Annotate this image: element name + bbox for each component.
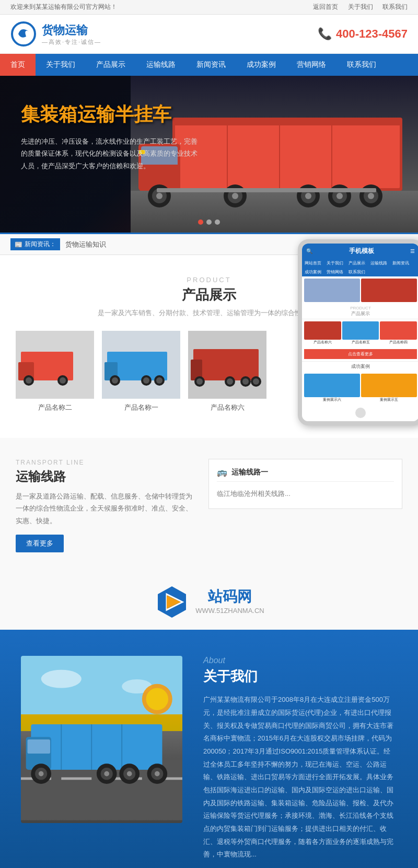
zhanma-logo: 站码网 WWW.51ZHANMA.CN [154,584,264,618]
mobile-search-icon: 🔍 [306,248,312,254]
svg-point-42 [143,377,149,384]
about-cn-title: 关于我们 [203,667,397,686]
mobile-nav-home[interactable]: 网站首页 [302,259,324,268]
hero-dots [198,219,220,225]
svg-point-49 [196,378,203,385]
mobile-trucks [302,276,418,304]
mobile-product-item-1: 产品名称六 [304,321,341,345]
svg-rect-5 [175,120,400,125]
about-truck-img [21,656,182,823]
hero-content: 集装箱运输半挂车 先进的冲压、冲压设备，流水线作业的生产工装工艺，完善的质量保证… [21,102,204,172]
mobile-screen: 🔍 手机模板 ☰ 网站首页 关于我们 产品展示 运输线路 新闻资讯 成功案例 营… [302,244,418,421]
mobile-truck-2 [361,279,417,302]
mobile-menu-icon: ☰ [410,248,415,254]
products-section: PRODUCT 产品展示 是一家及汽车销售、分期付款、技术管理、运输管理为一体的… [0,255,418,438]
logo-subtitle: —高效·专注·诚信— [42,38,101,46]
nav-item-news[interactable]: 新闻资讯 [186,54,236,76]
product-card-1: 产品名称二 [16,331,94,416]
product-img-2 [102,331,180,399]
nav-item-contact[interactable]: 联系我们 [336,54,387,76]
mobile-mockup: 🔍 手机模板 ☰ 网站首页 关于我们 产品展示 运输线路 新闻资讯 成功案例 营… [298,239,418,425]
zhanma-watermark: 站码网 WWW.51ZHANMA.CN [0,573,418,630]
svg-point-17 [232,193,238,199]
news-ticker-content: 货物运输知识 [65,240,106,249]
mobile-nav-news[interactable]: 新闻资讯 [390,259,412,268]
mobile-nav-cases[interactable]: 成功案例 [302,268,324,276]
zhanma-logo-icon [154,584,190,618]
phone-box: 📞 400-123-4567 [318,27,408,41]
transport-more-btn[interactable]: 查看更多 [16,535,64,552]
news-icon: 📰 [15,241,22,248]
transport-en-title: TRANSPORT LINE [16,459,193,466]
svg-rect-63 [61,778,91,780]
mobile-view-more-btn[interactable]: 点击查看更多 [304,349,417,359]
about-left [21,656,182,823]
transport-route-title: 🚌 运输线路一 [217,467,394,482]
svg-rect-27 [157,188,376,192]
logo-title: 货物运输 [42,22,101,38]
svg-point-14 [156,193,162,199]
nav-item-transport[interactable]: 运输线路 [136,54,186,76]
mobile-product-item-3: 产品名称四 [380,321,417,345]
zhanma-url: WWW.51ZHANMA.CN [195,607,264,615]
header: 货物运输 —高效·专注·诚信— 📞 400-123-4567 [0,15,418,54]
svg-point-35 [60,377,66,384]
transport-right: 🚌 运输线路一 临江地临沧州相关线路... [208,459,402,509]
mobile-nav-products[interactable]: 产品展示 [346,259,368,268]
about-truck-svg [21,656,182,823]
product-grid: 产品名称二 产品名称一 [16,331,266,416]
welcome-text: 欢迎来到某某运输有限公司官方网站！ [10,3,117,11]
mobile-case-item-1: 案例展示六 [304,374,360,402]
mobile-product-item-2: 产品名称五 [342,321,379,345]
about-section: About 关于我们 广州某某物流有限公司于2008年8月在大连成立注册资金50… [0,630,418,868]
mobile-home-button[interactable] [355,408,366,418]
svg-point-51 [227,378,233,385]
mobile-cases: 案例展示六 案例展示五 [302,372,418,404]
topbar-link-home[interactable]: 返回首页 [313,3,338,10]
svg-point-74 [39,771,44,777]
svg-point-23 [336,193,343,199]
nav-item-cases[interactable]: 成功案例 [236,54,286,76]
news-label: 📰 新闻资讯： [10,238,60,250]
mobile-header: 🔍 手机模板 ☰ [302,244,418,259]
svg-point-83 [155,771,160,777]
mobile-product-section-label: PRODUCT 产品展示 [302,304,418,319]
transport-desc: 是一家及道路公路运输、配载、信息服务、仓储中转理货为一体的综合性物流企业，全天候… [16,490,193,527]
hero-dot-1[interactable] [198,219,203,225]
svg-point-55 [253,378,259,385]
product-name-2: 产品名称一 [102,399,180,416]
svg-rect-68 [28,739,50,754]
product-name-1: 产品名称二 [16,399,94,416]
mobile-truck-1 [304,279,360,302]
transport-section: TRANSPORT LINE 运输线路 是一家及道路公路运输、配载、信息服务、仓… [0,438,418,573]
phone-icon: 📞 [318,27,332,41]
svg-rect-46 [193,349,259,380]
mobile-cases-label: 成功案例 [302,361,418,372]
mobile-nav-transport[interactable]: 运输线路 [368,259,390,268]
nav-item-home[interactable]: 首页 [0,54,36,76]
nav-item-network[interactable]: 营销网络 [286,54,336,76]
transport-inner: TRANSPORT LINE 运输线路 是一家及道路公路运输、配载、信息服务、仓… [16,459,402,552]
mobile-nav-about[interactable]: 关于我们 [324,259,346,268]
mobile-nav-network[interactable]: 营销网络 [324,268,346,276]
about-right: About 关于我们 广州某某物流有限公司于2008年8月在大连成立注册资金50… [203,656,397,868]
svg-point-33 [26,377,32,384]
transport-left: TRANSPORT LINE 运输线路 是一家及道路公路运输、配载、信息服务、仓… [16,459,193,552]
about-en-title: About [203,656,397,665]
transport-cn-title: 运输线路 [16,468,193,485]
nav-item-products[interactable]: 产品展示 [86,54,136,76]
svg-point-44 [156,377,162,384]
logo-text: 货物运输 —高效·专注·诚信— [42,22,101,46]
nav-item-about[interactable]: 关于我们 [36,54,86,76]
about-text: 广州某某物流有限公司于2008年8月在大连成立注册资金500万元，是经批准注册成… [203,693,397,861]
zhanma-text: 站码网 [195,587,264,607]
topbar-link-contact[interactable]: 联系我们 [382,3,408,10]
main-nav: 首页 关于我们 产品展示 运输线路 新闻资讯 成功案例 营销网络 联系我们 [0,54,418,76]
hero-dot-3[interactable] [215,219,220,225]
transport-route-list: 临江地临沧州相关线路... [217,487,394,501]
topbar-link-about[interactable]: 关于我们 [348,3,373,10]
hero-banner: 集装箱运输半挂车 先进的冲压、冲压设备，流水线作业的生产工装工艺，完善的质量保证… [0,76,418,233]
hero-dot-2[interactable] [206,219,212,225]
mobile-nav-contact[interactable]: 联系我们 [346,268,368,276]
mobile-nav: 网站首页 关于我们 产品展示 运输线路 新闻资讯 成功案例 营销网络 联系我们 [302,259,418,276]
